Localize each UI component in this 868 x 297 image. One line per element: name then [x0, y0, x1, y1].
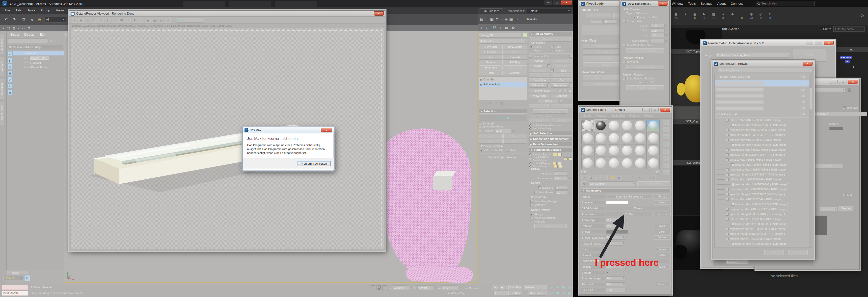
blurred-library-row[interactable]: LIB — [715, 80, 812, 87]
crash-close-button[interactable]: ✕ — [321, 128, 332, 132]
map-browser-close[interactable]: ✕ — [803, 62, 812, 66]
material-slot[interactable] — [581, 132, 594, 144]
param-spinner[interactable]: 1,45 — [606, 288, 625, 292]
material-slot[interactable] — [647, 120, 660, 131]
filter-spacewarps-icon[interactable]: ≋ — [7, 84, 12, 89]
material-name-dropdown[interactable]: 13 - Default▾ — [589, 182, 636, 186]
octane-toolbar-icon[interactable]: ▭ — [138, 18, 144, 23]
modifier-button[interactable]: Material — [478, 60, 503, 65]
modifier-button[interactable]: Edit Poly — [503, 60, 527, 65]
hide-button[interactable]: Hide Selected — [529, 104, 550, 108]
transform-icon[interactable]: ✚ — [504, 17, 507, 22]
create-uvwmap-button[interactable]: Create UVWMap — [626, 48, 664, 53]
material-slot[interactable] — [594, 132, 607, 144]
add-checkbox[interactable]: Add — [843, 194, 852, 197]
add-time-tag[interactable]: Add Time Tag — [448, 292, 464, 295]
ptc-icon[interactable]: ⚙ — [495, 17, 499, 22]
selected-cage-color-swatch[interactable] — [558, 162, 561, 165]
zoom-extents-icon[interactable]: ▣ — [561, 285, 566, 290]
environment-maximize[interactable]: □ — [839, 80, 846, 84]
material-slot[interactable] — [634, 157, 647, 169]
zoom-icon[interactable]: ⚲ — [549, 285, 555, 290]
octane-toolbar-icon[interactable]: ∥ — [105, 18, 111, 23]
preview-selection-radio[interactable]: Off — [480, 149, 488, 152]
auto-key-button[interactable]: Auto Key — [508, 285, 522, 290]
make-planar-button[interactable]: Make Planar — [529, 89, 557, 93]
object-name-field[interactable]: Boxes_001 — [478, 33, 522, 38]
material-slot[interactable] — [621, 157, 633, 169]
render-pass-dropdown[interactable]: Beauty▾ — [177, 18, 205, 23]
me-toolbar-icon[interactable]: ▣ — [637, 175, 642, 180]
relax-button[interactable]: Relax — [538, 99, 558, 103]
bind-spacewarp-icon[interactable]: ≋ — [36, 16, 43, 23]
param-color-swatch[interactable] — [606, 201, 628, 204]
asset-menu-item[interactable]: Connect — [728, 1, 745, 6]
me-minimize[interactable]: ─ — [642, 108, 650, 112]
random-rotation-button[interactable]: Random Rotation — [626, 86, 664, 90]
asset-type-filter[interactable]: ▶0 — [701, 12, 708, 20]
map-entry-row[interactable]: texture: Map #2138382592 ( RGB image ) — [715, 222, 812, 227]
asset-menu-item[interactable]: Window — [669, 1, 686, 6]
map-entry-row[interactable]: roughness: Map #2138382590 ( RGB image ) — [715, 227, 812, 231]
visibility-eye-icon[interactable]: ⊙ — [24, 66, 26, 69]
track-scrollbar[interactable] — [7, 271, 30, 274]
align-button[interactable]: Grid Align — [551, 94, 572, 98]
degrees-field[interactable]: 90 — [603, 19, 617, 24]
save-as-button[interactable]: Save As... — [526, 18, 539, 21]
me-side-icon[interactable]: ⚙ — [663, 156, 669, 161]
map-entry-row[interactable]: diffuse: Map #1635779669 ( RGB image ) — [715, 137, 812, 142]
asset-type-filter[interactable]: ▦95 — [673, 12, 679, 20]
visibility-eye-icon[interactable]: ⊙ — [24, 61, 26, 64]
hierarchy-tab-icon[interactable]: ☷ — [493, 26, 496, 30]
ribbon-tab[interactable]: Selection — [0, 79, 4, 99]
octane-toolbar-icon[interactable]: ▩ — [152, 18, 157, 23]
modifier-stack-row[interactable]: ◉ Editable Poly — [479, 82, 527, 87]
me-toolbar-icon[interactable]: ◫ — [623, 175, 628, 180]
absolute-mode-icon[interactable]: ⊡ — [382, 285, 387, 290]
edit-geometry-button[interactable]: Slice Plane — [529, 69, 550, 73]
me-menu-item[interactable]: Utilities — [644, 114, 654, 118]
uvw-close[interactable]: ✕ — [658, 1, 668, 6]
selection-grow-button[interactable]: Shrink — [478, 134, 503, 138]
aperture-icon[interactable]: ◔ — [500, 17, 503, 22]
edit-geometry-button[interactable]: MSmooth — [529, 84, 550, 88]
key-filters-button[interactable]: Key Filters... — [528, 291, 548, 296]
hide-button[interactable]: Unhide All — [551, 104, 572, 108]
visibility-eye-icon[interactable]: ⊙ — [17, 52, 20, 55]
new-key-icon[interactable]: ✦ — [524, 291, 526, 294]
modify-tab-icon[interactable]: ⬚ — [486, 26, 489, 30]
me-side-icon[interactable]: ☰ — [663, 170, 669, 175]
collapsed-rollout-header[interactable]: ▶Soft Selection — [529, 131, 572, 136]
map-entry-row[interactable]: texture: Map #2138382587 ( RGB image ) — [715, 241, 812, 246]
tiled-map-checkbox[interactable]: Tiled map — [623, 60, 668, 63]
preview-selection-radio[interactable]: Multi — [506, 149, 516, 152]
eyedropper-icon[interactable]: ✎ — [581, 182, 587, 186]
settings-gear-icon[interactable]: ⚙ — [860, 13, 864, 19]
me-side-icon[interactable]: ◐ — [663, 127, 669, 132]
material-slot[interactable] — [647, 132, 660, 144]
scans-row[interactable]: - 3D-Scans.matLIB — [715, 111, 812, 118]
coord-input[interactable]: 0,707m — [442, 285, 458, 290]
environment-dropdown[interactable]: ▾ — [815, 87, 845, 92]
asset-type-filter[interactable]: ▤0 — [710, 12, 717, 20]
by-angle-checkbox[interactable] — [478, 130, 481, 132]
modifier-button[interactable]: Sweep — [503, 50, 527, 55]
real-world-checkbox[interactable]: Real-World Map Size — [623, 44, 668, 47]
subobject-mode-icon[interactable]: ◁ — [497, 116, 499, 120]
separate-by-checkbox[interactable]: Smoothing Groups — [530, 200, 570, 203]
material-slot[interactable] — [608, 157, 620, 169]
display-iterations-field[interactable]: 1 — [554, 171, 568, 175]
search-dropdown-triangle[interactable]: ▼ — [714, 69, 717, 72]
material-slot[interactable] — [621, 120, 633, 131]
asset-menu-item[interactable]: About — [715, 1, 728, 6]
update-option-radio[interactable]: Manually — [530, 220, 570, 223]
constraint-radio[interactable]: Normal — [551, 49, 571, 52]
material-slot[interactable] — [634, 144, 647, 157]
asset-type-filter[interactable]: ☰0 — [739, 12, 745, 20]
close-program-button[interactable]: Programm schließen — [297, 161, 331, 166]
isolate-selection-icon[interactable]: ⬚ — [371, 285, 375, 290]
field-of-view-icon[interactable]: ▷ — [549, 290, 555, 296]
edit-geometry-button[interactable]: Reset Plane — [551, 73, 572, 78]
minimize-button[interactable]: ─ — [545, 0, 552, 5]
map-entry-row[interactable]: specular: Map #1635779667 ( RGB image ) — [715, 192, 812, 197]
